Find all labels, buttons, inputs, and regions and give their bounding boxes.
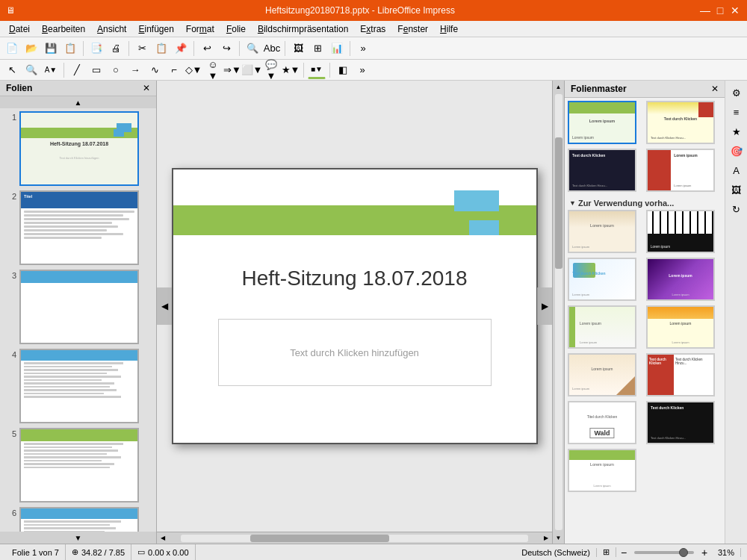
find-button[interactable]: 🔍: [244, 40, 261, 57]
slide-item-6[interactable]: 6: [3, 507, 153, 532]
slides-panel-close[interactable]: ✕: [143, 83, 150, 93]
minimize-button[interactable]: —: [699, 4, 711, 16]
zoom-tool[interactable]: 🔍: [22, 61, 40, 79]
save-as-button[interactable]: 📋: [61, 40, 79, 57]
stars-button[interactable]: ★▼: [282, 61, 300, 79]
menu-bildschirmpraesentaion[interactable]: Bildschirmpräsentation: [252, 22, 354, 36]
open-button[interactable]: 📂: [22, 40, 40, 57]
close-button[interactable]: ✕: [729, 4, 741, 16]
vscroll-track[interactable]: [555, 94, 562, 530]
master-thumb-13[interactable]: Titel durch Klicken Wald: [568, 401, 636, 444]
slide-subtitle-placeholder[interactable]: Text durch Klicken hinzufügen: [218, 319, 492, 386]
print-button[interactable]: 🖨: [107, 40, 125, 57]
save-button[interactable]: 💾: [42, 40, 60, 57]
menu-format[interactable]: Format: [180, 22, 220, 36]
maximize-button[interactable]: □: [714, 4, 726, 16]
slide-item-1[interactable]: 1 Heft-Sitzung 18.07.2018 Text durch Kli…: [3, 111, 153, 186]
hscroll-right-button[interactable]: ▶: [540, 532, 552, 544]
rect-tool[interactable]: ▭: [87, 61, 105, 79]
master-thumb-5[interactable]: Lorem ipsum Lorem ipsum: [568, 210, 636, 253]
callouts-button[interactable]: 💬▼: [262, 61, 280, 79]
ellipse-tool[interactable]: ○: [107, 61, 125, 79]
arrow-tool[interactable]: →: [126, 61, 144, 79]
slide-item-3[interactable]: 3: [3, 270, 153, 344]
connector-tool[interactable]: ⌐: [165, 61, 183, 79]
hscroll-left-button[interactable]: ◀: [157, 532, 169, 544]
symbol-shapes-button[interactable]: ☺▼: [204, 61, 222, 79]
menu-datei[interactable]: Datei: [3, 22, 36, 36]
select-tool[interactable]: ↖: [3, 61, 21, 79]
line-color-button[interactable]: A▼: [42, 61, 60, 79]
right-icon-image[interactable]: 🖼: [728, 181, 746, 199]
slide-title[interactable]: Heft-Sitzung 18.07.2018: [173, 267, 536, 290]
right-icon-properties[interactable]: ⚙: [728, 84, 746, 102]
vscroll-up-button[interactable]: ▲: [553, 81, 565, 93]
master-thumb-10[interactable]: Lorem ipsum Lorem ipsum: [646, 305, 715, 349]
zoom-out-button[interactable]: −: [616, 545, 631, 560]
more-draw-button[interactable]: »: [353, 61, 371, 79]
right-icon-text[interactable]: A: [728, 161, 746, 179]
zoom-slider[interactable]: [634, 551, 694, 554]
basic-shapes-button[interactable]: ◇▼: [185, 61, 202, 79]
master-thumb-1[interactable]: Lorem ipsum Lorem ipsum: [568, 101, 636, 144]
line-tool[interactable]: ╱: [68, 61, 86, 79]
undo-button[interactable]: ↩: [198, 40, 216, 57]
master-thumb-6[interactable]: Lorem ipsum: [646, 210, 715, 253]
shadow-button[interactable]: ◧: [334, 61, 352, 79]
master-thumb-4[interactable]: Lorem ipsum Lorem ipsum: [646, 149, 715, 192]
menu-einfuegen[interactable]: Einfügen: [132, 22, 179, 36]
master-thumb-14[interactable]: Text durch Klicken Text durch Klicken Hi…: [646, 401, 715, 444]
slide-thumb-3[interactable]: [19, 270, 139, 344]
master-thumb-8[interactable]: Lorem ipsum Lorem ipsum: [646, 258, 715, 301]
slide-thumb-5[interactable]: [19, 428, 139, 503]
zoom-in-button[interactable]: +: [697, 545, 712, 560]
redo-button[interactable]: ↪: [217, 40, 235, 57]
slide-thumb-6[interactable]: [19, 507, 139, 532]
slide-thumb-2[interactable]: Titel: [19, 190, 139, 265]
slide-viewport[interactable]: Heft-Sitzung 18.07.2018 Text durch Klick…: [172, 168, 538, 444]
insert-image-button[interactable]: 🖼: [289, 40, 307, 57]
fill-color-button[interactable]: ■▼: [308, 61, 326, 79]
slide-thumb-4[interactable]: [19, 349, 139, 423]
slides-scroll-up[interactable]: ▲: [0, 96, 156, 108]
slide-item-5[interactable]: 5: [3, 428, 153, 503]
block-arrows-button[interactable]: ⇒▼: [223, 61, 241, 79]
menu-folie[interactable]: Folie: [220, 22, 252, 36]
right-icon-navigator[interactable]: 🎯: [728, 142, 746, 160]
flowchart-button[interactable]: ⬜▼: [243, 61, 261, 79]
master-thumb-11[interactable]: Lorem ipsum Lorem ipsum: [568, 353, 636, 396]
insert-table-button[interactable]: ⊞: [309, 40, 326, 57]
zur-verwendung-section[interactable]: ▼ Zur Verwendung vorha...: [568, 196, 722, 210]
master-thumb-15[interactable]: Lorem ipsum Lorem ipsum: [568, 449, 636, 492]
slide-thumb-1[interactable]: Heft-Sitzung 18.07.2018 Text durch Klick…: [19, 111, 139, 186]
master-thumb-9[interactable]: Lorem ipsum Lorem ipsum: [568, 305, 636, 349]
master-thumb-3[interactable]: Text durch Klicken Text durch Klicken Hi…: [568, 149, 636, 192]
menu-fenster[interactable]: Fenster: [391, 22, 434, 36]
slide-item-2[interactable]: 2 Titel: [3, 190, 153, 265]
folienmaster-close[interactable]: ✕: [711, 84, 719, 94]
slide-item-4[interactable]: 4: [3, 349, 153, 423]
master-thumb-2[interactable]: Text durch Klicken Text durch Klicken Hi…: [646, 101, 715, 144]
curve-tool[interactable]: ∿: [146, 61, 164, 79]
paste-button[interactable]: 📌: [172, 40, 190, 57]
menu-hilfe[interactable]: Hilfe: [434, 22, 464, 36]
vscroll-down-button[interactable]: ▼: [553, 532, 565, 544]
hscroll-track[interactable]: [181, 535, 528, 542]
spellcheck-button[interactable]: Abc: [263, 40, 281, 57]
right-icon-styles[interactable]: ≡: [728, 103, 746, 121]
master-thumb-12[interactable]: Text durch Klicken Text durch Klicken Hi…: [646, 353, 715, 396]
menu-extras[interactable]: Extras: [354, 22, 391, 36]
menu-bearbeiten[interactable]: Bearbeiten: [36, 22, 91, 36]
right-icon-gallery[interactable]: ★: [728, 122, 746, 140]
right-icon-animation[interactable]: ↻: [728, 200, 746, 218]
new-button[interactable]: 📄: [3, 40, 21, 57]
more-button[interactable]: »: [354, 40, 372, 57]
insert-chart-button[interactable]: 📊: [328, 40, 346, 57]
slides-scroll-down[interactable]: ▼: [0, 532, 156, 544]
copy-button[interactable]: 📋: [152, 40, 170, 57]
prev-slide-button[interactable]: ◀: [157, 287, 172, 325]
master-thumb-7[interactable]: Titel durch Klicken Lorem ipsum: [568, 258, 636, 301]
menu-ansicht[interactable]: Ansicht: [91, 22, 132, 36]
next-slide-button[interactable]: ▶: [537, 287, 552, 325]
export-pdf-button[interactable]: 📑: [87, 40, 105, 57]
